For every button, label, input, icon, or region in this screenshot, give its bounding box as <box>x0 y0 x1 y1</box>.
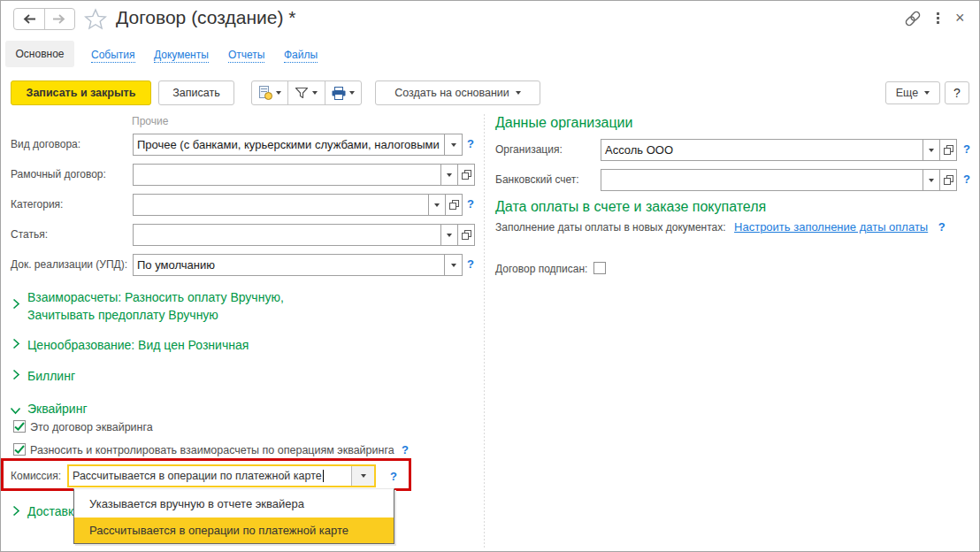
acquiring-contract-label: Это договор эквайринга <box>30 421 153 433</box>
window: Договор (создание) * × Основное События … <box>0 0 980 552</box>
tab-otchety[interactable]: Отчеты <box>228 49 264 63</box>
commission-dropdown-button[interactable] <box>351 466 374 486</box>
org-value: Ассоль ООО <box>601 140 923 160</box>
dok-realizacii-help-icon[interactable]: ? <box>467 257 474 271</box>
section-vzaimoraschety-chevron-icon <box>12 298 20 312</box>
nav-history-group <box>13 8 75 30</box>
dok-realizacii-value: По умолчанию <box>134 255 444 275</box>
statya-dropdown-button[interactable] <box>440 225 457 245</box>
forward-button[interactable] <box>44 9 74 29</box>
tab-osnovnoe[interactable]: Основное <box>5 41 74 67</box>
dropdown-item-manual[interactable]: Указывается вручную в отчете эквайера <box>74 489 394 518</box>
ramochny-open-button[interactable] <box>457 165 474 185</box>
section-billing[interactable]: Биллинг <box>27 369 75 383</box>
toolbar-icon-group <box>251 80 362 105</box>
tab-sobytiya[interactable]: События <box>91 49 135 63</box>
menu-dots-icon[interactable] <box>937 12 939 24</box>
ramochny-dogovor-field[interactable] <box>133 164 475 186</box>
tab-fayly[interactable]: Файлы <box>284 49 318 63</box>
kategoriya-dropdown-button[interactable] <box>428 195 445 215</box>
control-settlements-label: Разносить и контролировать взаиморасчеты… <box>30 444 394 456</box>
dok-realizacii-field[interactable]: По умолчанию <box>133 254 463 276</box>
print-button[interactable] <box>325 87 361 100</box>
payment-date-link[interactable]: Настроить заполнение даты оплаты <box>734 220 928 234</box>
save-button[interactable]: Записать <box>158 80 234 105</box>
commission-combobox[interactable]: Рассчитывается в операции по платежной к… <box>67 464 376 487</box>
tab-dokumenty[interactable]: Документы <box>154 49 209 63</box>
checkmark-icon <box>14 445 25 455</box>
bank-dropdown-button[interactable] <box>923 170 939 190</box>
signed-checkbox[interactable] <box>593 262 606 274</box>
ramochny-dropdown-button[interactable] <box>440 165 457 185</box>
bank-open-button[interactable] <box>939 170 956 190</box>
statya-field[interactable] <box>133 224 475 246</box>
vid-dogovora-field[interactable]: Прочее (с банками, курьерскими службами,… <box>133 134 463 156</box>
dropdown-item-calculated[interactable]: Рассчитывается в операции по платежной к… <box>74 518 394 543</box>
vid-dogovora-value: Прочее (с банками, курьерскими службами,… <box>134 134 444 155</box>
close-icon[interactable]: × <box>955 9 965 27</box>
vid-dogovora-help-icon[interactable]: ? <box>467 137 474 150</box>
section-dostavka-chevron-icon <box>12 505 20 519</box>
tab-osnovnoe-label: Основное <box>16 48 65 60</box>
payment-date-row: Заполнение даты оплаты в новых документа… <box>495 220 946 234</box>
section-cenoobrazovanie[interactable]: Ценообразование: Вид цен Розничная <box>27 338 249 352</box>
back-button[interactable] <box>14 9 44 29</box>
bank-help-icon[interactable]: ? <box>963 172 970 186</box>
commission-dropdown-popup: Указывается вручную в отчете эквайера Ра… <box>73 488 394 544</box>
bank-value <box>601 170 923 190</box>
kategoriya-open-button[interactable] <box>445 195 462 215</box>
commission-label: Комиссия: <box>11 470 61 482</box>
bank-field[interactable] <box>601 169 957 191</box>
arrow-right-icon <box>52 14 66 24</box>
chevron-down-icon <box>516 91 521 95</box>
org-data-header: Данные организации <box>495 115 632 131</box>
printer-icon <box>332 87 346 100</box>
create-based-on-label: Создать на основании <box>394 87 509 99</box>
create-based-on-button[interactable]: Создать на основании <box>375 80 540 105</box>
kategoriya-help-icon[interactable]: ? <box>467 197 474 211</box>
checkmark-icon <box>14 422 25 432</box>
column-divider <box>484 114 485 548</box>
payment-date-header: Дата оплаты в счете и заказе покупателя <box>495 199 766 215</box>
control-settlements-checkbox[interactable] <box>13 443 26 456</box>
org-field[interactable]: Ассоль ООО <box>601 139 957 161</box>
more-button[interactable]: Еще <box>885 81 940 104</box>
section-ekvayring[interactable]: Эквайринг <box>27 402 88 416</box>
org-help-icon[interactable]: ? <box>963 142 970 156</box>
field-label-dok-realizacii: Док. реализации (УПД): <box>11 258 127 271</box>
commission-value: Рассчитывается в операции по платежной к… <box>69 466 351 486</box>
get-link-icon[interactable] <box>904 11 922 29</box>
post-document-button[interactable] <box>252 86 287 100</box>
control-settlements-help-icon[interactable]: ? <box>402 443 409 456</box>
bank-label: Банковский счет: <box>495 173 579 186</box>
filter-button[interactable] <box>288 87 324 99</box>
org-label: Организация: <box>495 143 563 156</box>
vid-dogovora-dropdown-button[interactable] <box>444 134 462 155</box>
help-button[interactable]: ? <box>945 81 969 104</box>
help-label: ? <box>953 86 961 100</box>
signed-label: Договор подписан: <box>495 263 587 275</box>
section-vzaimoraschety[interactable]: Взаиморасчеты: Разносить оплату Вручную,… <box>27 290 284 322</box>
favorite-star-icon[interactable] <box>84 8 107 33</box>
payment-date-text: Заполнение даты оплаты в новых документа… <box>495 221 726 234</box>
page-title: Договор (создание) * <box>116 7 295 28</box>
commission-help-icon[interactable]: ? <box>390 470 397 483</box>
payment-date-help-icon[interactable]: ? <box>938 220 946 234</box>
section-billing-chevron-icon <box>12 369 20 383</box>
statya-value <box>134 225 440 245</box>
kategoriya-value <box>134 195 428 215</box>
save-label: Записать <box>172 87 219 99</box>
statya-open-button[interactable] <box>457 225 474 245</box>
document-clock-icon <box>259 86 272 100</box>
acquiring-contract-checkbox[interactable] <box>13 420 26 433</box>
dok-realizacii-dropdown-button[interactable] <box>444 255 462 275</box>
kategoriya-field[interactable] <box>133 194 463 216</box>
section-vzaimoraschety-line2: Зачитывать предоплату Вручную <box>27 308 284 322</box>
save-and-close-button[interactable]: Записать и закрыть <box>11 80 151 105</box>
group-hint: Прочие <box>132 115 168 127</box>
filter-funnel-icon <box>295 87 309 99</box>
org-open-button[interactable] <box>939 140 956 160</box>
org-dropdown-button[interactable] <box>923 140 939 160</box>
arrow-left-icon <box>22 14 36 24</box>
section-ekvayring-chevron-icon <box>10 405 21 418</box>
